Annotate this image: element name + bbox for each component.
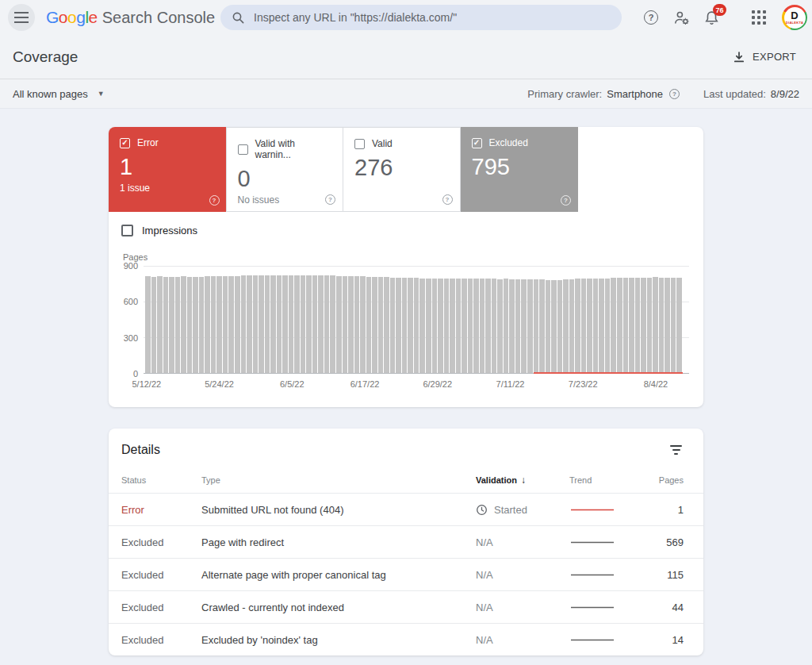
row-pages-count: 569 [649,536,684,548]
column-header-pages[interactable]: Pages [649,475,684,485]
notification-count-badge: 76 [713,4,726,16]
column-header-type[interactable]: Type [201,475,476,485]
chart-x-axis: 5/12/225/24/226/5/226/17/226/29/227/11/2… [144,379,689,391]
chevron-down-icon: ▼ [98,90,105,98]
download-icon [733,51,745,63]
status-card-checkbox[interactable]: ✓ [472,138,482,148]
status-card-valid[interactable]: Valid276? [343,127,461,212]
row-type: Alternate page with proper canonical tag [201,569,476,581]
export-button[interactable]: EXPORT [730,46,799,68]
help-button[interactable]: ? [636,2,666,33]
chart-bars [145,266,683,373]
chart-bar [473,279,479,373]
chart-bar [647,278,653,373]
status-card-excluded[interactable]: ✓Excluded795? [461,127,579,212]
hamburger-menu-button[interactable] [8,4,35,31]
status-card-checkbox[interactable] [354,139,365,149]
table-row[interactable]: ExcludedExcluded by 'noindex' tagN/A14 [109,623,703,655]
details-title: Details [121,443,160,457]
chart-plot-area[interactable] [144,266,689,374]
table-filter-button[interactable] [668,443,684,457]
table-row[interactable]: ExcludedPage with redirectN/A569 [109,525,703,558]
crawler-help-icon[interactable]: ? [669,89,680,99]
status-card-value: 276 [354,156,450,181]
chart-bar [575,279,580,373]
row-validation: N/A [476,634,569,646]
row-validation-text: N/A [476,569,493,581]
chart-bar [390,278,396,373]
chart-bar [426,279,431,373]
chart-bar [563,279,569,373]
impressions-toggle[interactable]: Impressions [121,225,703,236]
column-header-status[interactable]: Status [121,475,201,485]
scope-label: All known pages [13,88,88,100]
status-card-subtext: No issues [238,194,334,206]
chart-bar [163,277,169,374]
chart-bar [456,279,462,373]
google-logo-letter: G [46,8,59,26]
chart-bar [659,278,665,373]
chart-bar [419,279,425,373]
table-row[interactable]: ExcludedAlternate page with proper canon… [109,558,703,590]
chart-bar [259,275,264,373]
status-card-checkbox[interactable]: ✓ [120,138,130,148]
chart-bar [485,279,491,373]
chart-bar [623,278,629,373]
chart-bar [378,277,384,373]
app-logo[interactable]: Google Search Console [46,8,215,27]
column-header-trend[interactable]: Trend [569,475,649,485]
notifications-button[interactable]: 76 [696,2,726,33]
page-scope-dropdown[interactable]: All known pages ▼ [13,88,105,100]
top-app-bar: Google Search Console ? 76 [0,0,812,35]
table-row[interactable]: ExcludedCrawled - currently not indexedN… [109,590,703,623]
primary-crawler-label: Primary crawler: [527,88,602,100]
chart-bar [216,276,222,373]
url-inspection-searchbar[interactable] [220,5,622,30]
status-card-checkbox[interactable] [238,144,248,155]
row-type: Crawled - currently not indexed [201,602,476,613]
help-icon[interactable]: ? [209,195,220,206]
chart-bar [145,276,151,373]
chart-bar [384,277,389,373]
chart-bar [343,276,348,373]
page-title: Coverage [13,48,78,66]
crawler-info: Primary crawler: Smartphone ? Last updat… [527,88,799,100]
chart-bar [617,278,622,373]
status-card-label: Valid with warnin... [255,138,334,160]
pages-chart: Pages 900 600 300 0 5/12/225/24/226/5/22… [120,252,689,407]
chart-bar [521,279,527,374]
chart-bar [414,278,419,373]
table-row[interactable]: ErrorSubmitted URL not found (404)Starte… [109,493,703,525]
user-settings-button[interactable] [666,2,696,33]
status-card-error[interactable]: ✓Error11 issue? [109,127,227,212]
chart-bar [605,279,611,373]
status-card-valid-with-warnings[interactable]: Valid with warnin...0No issues? [226,127,344,212]
column-header-validation[interactable]: Validation ↓ [476,475,569,486]
clock-icon [476,504,488,516]
account-avatar[interactable]: D DIALEKTA [782,5,807,30]
chart-y-axis-title: Pages [123,252,689,262]
impressions-checkbox[interactable] [121,225,133,236]
chart-bar [294,275,300,373]
main-content: ✓Error11 issue?Valid with warnin...0No i… [0,109,812,655]
y-tick: 600 [124,297,138,306]
chart-bar [497,279,503,374]
chart-bar [676,278,682,373]
row-validation-text: Started [494,504,527,516]
help-icon[interactable]: ? [442,194,453,205]
help-icon: ? [644,10,658,25]
user-settings-icon [673,10,690,26]
row-status: Error [121,504,201,516]
url-inspection-input[interactable] [254,11,611,24]
chart-bar [611,278,616,373]
row-type: Page with redirect [201,536,476,548]
impressions-label: Impressions [142,225,197,236]
row-trend-sparkline [569,634,649,645]
chart-bar [581,279,587,373]
google-logo: Google [46,8,98,27]
x-tick: 7/23/22 [569,379,598,389]
chart-bar [270,275,276,373]
help-icon[interactable]: ? [325,194,335,205]
google-apps-button[interactable] [744,2,774,33]
help-icon[interactable]: ? [561,195,571,206]
